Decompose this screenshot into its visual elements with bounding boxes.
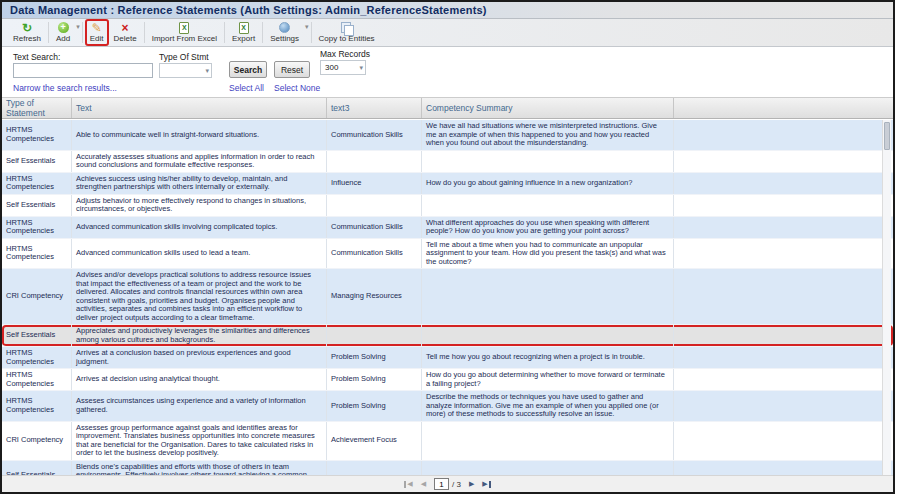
copy-to-entities-label: Copy to Entities [319, 34, 375, 44]
column-header-competency-summary[interactable]: Competency Summary [422, 98, 674, 118]
max-records-value: 300 [325, 63, 338, 72]
cell-text3: Influence [327, 173, 422, 194]
add-button[interactable]: + Add [51, 20, 75, 45]
cell-type-of-statement: Self Essentials [2, 195, 72, 216]
cell-text3: Problem Solving [327, 347, 422, 368]
cell-text3 [327, 195, 422, 216]
max-records-select[interactable]: 300 ▾ [320, 60, 366, 75]
vertical-scrollbar[interactable] [882, 120, 891, 475]
column-header-text[interactable]: Text [72, 98, 327, 118]
cell-competency-summary [422, 151, 674, 172]
cell-text: Advanced communication skills involving … [72, 217, 327, 238]
add-dropdown-icon[interactable]: ▾ [76, 23, 80, 31]
settings-icon [279, 22, 290, 33]
type-of-stmt-select[interactable]: ▾ [159, 63, 212, 78]
text-search-input[interactable] [13, 63, 153, 78]
cell-text: Asseses circumstances using experience a… [72, 391, 327, 421]
cell-type-of-statement: HRTMS Competencies [2, 239, 72, 269]
previous-page-button[interactable]: ◀ [421, 480, 426, 488]
cell-text3: Achievement Focus [327, 422, 422, 460]
copy-icon [341, 22, 353, 34]
table-row[interactable]: CRI Competency Assesses group performanc… [2, 422, 893, 461]
cell-type-of-statement: HRTMS Competencies [2, 347, 72, 368]
table-row[interactable]: HRTMS Competencies Arrives at a conclusi… [2, 347, 893, 369]
cell-competency-summary: What different approaches do you use whe… [422, 217, 674, 238]
toolbar-separator [48, 22, 49, 43]
toolbar-separator [262, 22, 263, 43]
first-page-button[interactable]: ◀ [404, 480, 412, 488]
delete-label: Delete [114, 34, 137, 44]
import-from-excel-button[interactable]: X Import From Excel [147, 20, 222, 45]
delete-button[interactable]: × Delete [109, 20, 142, 45]
cell-empty [674, 347, 893, 368]
table-row[interactable]: Self Essentials Adjusts behavior to more… [2, 195, 893, 217]
cell-competency-summary: Describe the methods or techniques you h… [422, 391, 674, 421]
column-header-type-of-statement[interactable]: Type of Statement [2, 98, 72, 118]
search-button[interactable]: Search [229, 61, 267, 78]
cell-empty [674, 217, 893, 238]
scrollbar-thumb[interactable] [884, 122, 890, 150]
cell-competency-summary [422, 461, 674, 476]
cell-type-of-statement: HRTMS Competencies [2, 120, 72, 150]
page-title: Data Management : Reference Statements (… [10, 4, 487, 16]
edit-label: Edit [90, 34, 104, 44]
table-row[interactable]: HRTMS Competencies Advanced communicatio… [2, 239, 893, 270]
table-row[interactable]: HRTMS Competencies Advanced communicatio… [2, 217, 893, 239]
export-icon: X [239, 22, 249, 34]
cell-empty [674, 391, 893, 421]
cell-type-of-statement: HRTMS Competencies [2, 173, 72, 194]
cell-empty [674, 195, 893, 216]
table-row[interactable]: Self Essentials Blends one's capabilitie… [2, 461, 893, 476]
edit-button[interactable]: ✎ Edit [85, 19, 109, 46]
page-number-input[interactable] [434, 478, 449, 490]
select-none-link[interactable]: Select None [274, 83, 320, 93]
cell-type-of-statement: HRTMS Competencies [2, 369, 72, 390]
next-page-button[interactable]: ▶ [469, 480, 474, 488]
cell-type-of-statement: Self Essentials [2, 461, 72, 476]
cell-empty [674, 173, 893, 194]
cell-text: Advises and/or develops practical soluti… [72, 269, 327, 324]
settings-button[interactable]: Settings [265, 20, 304, 45]
table-row[interactable]: HRTMS Competencies Able to communicate w… [2, 120, 893, 151]
toolbar-separator [311, 22, 312, 43]
settings-dropdown-icon[interactable]: ▾ [305, 23, 309, 31]
cell-competency-summary: Tell me how you go about recognizing whe… [422, 347, 674, 368]
cell-type-of-statement: CRI Competency [2, 269, 72, 324]
edit-icon: ✎ [92, 21, 102, 34]
table-header: Type of Statement Text text3 Competency … [2, 97, 893, 119]
cell-empty [674, 461, 893, 476]
column-header-empty [674, 98, 893, 118]
cell-type-of-statement: HRTMS Competencies [2, 217, 72, 238]
toolbar-separator [144, 22, 145, 43]
refresh-label: Refresh [13, 34, 41, 44]
column-header-text3[interactable]: text3 [327, 98, 422, 118]
max-records-label: Max Records [320, 49, 370, 59]
table-row[interactable]: HRTMS Competencies Arrives at decision u… [2, 369, 893, 391]
settings-label: Settings [270, 34, 299, 44]
title-bar: Data Management : Reference Statements (… [2, 2, 893, 19]
cell-competency-summary: How do you go about gaining influence in… [422, 173, 674, 194]
table-row[interactable]: HRTMS Competencies Asseses circumstances… [2, 391, 893, 422]
cell-text: Assesses group performance against goals… [72, 422, 327, 460]
refresh-icon: ↻ [22, 21, 32, 34]
export-button[interactable]: X Export [227, 20, 260, 45]
table-row[interactable]: Self Essentials Accurately assesses situ… [2, 151, 893, 173]
cell-empty [674, 120, 893, 150]
cell-text3: Problem Solving [327, 391, 422, 421]
select-all-link[interactable]: Select All [229, 83, 264, 93]
cell-text: Arrives at a conclusion based on previou… [72, 347, 327, 368]
search-panel: Text Search: Type Of Stmt ▾ Search Reset… [2, 47, 893, 97]
refresh-button[interactable]: ↻ Refresh [8, 20, 46, 45]
table-row[interactable]: CRI Competency Advises and/or develops p… [2, 269, 893, 325]
table-row[interactable]: HRTMS Competencies Achieves success usin… [2, 173, 893, 195]
last-page-button[interactable]: ▶ [482, 480, 490, 488]
narrow-search-link[interactable]: Narrow the search results... [13, 83, 117, 93]
type-of-stmt-label: Type Of Stmt [159, 52, 209, 62]
cell-text3 [327, 151, 422, 172]
cell-type-of-statement: CRI Competency [2, 422, 72, 460]
table-row[interactable]: Self Essentials Appreciates and producti… [2, 325, 893, 347]
reset-button[interactable]: Reset [274, 61, 310, 78]
copy-to-entities-button[interactable]: Copy to Entities [314, 20, 380, 45]
app-window: Data Management : Reference Statements (… [0, 0, 895, 494]
cell-text: Accurately assesses situations and appli… [72, 151, 327, 172]
